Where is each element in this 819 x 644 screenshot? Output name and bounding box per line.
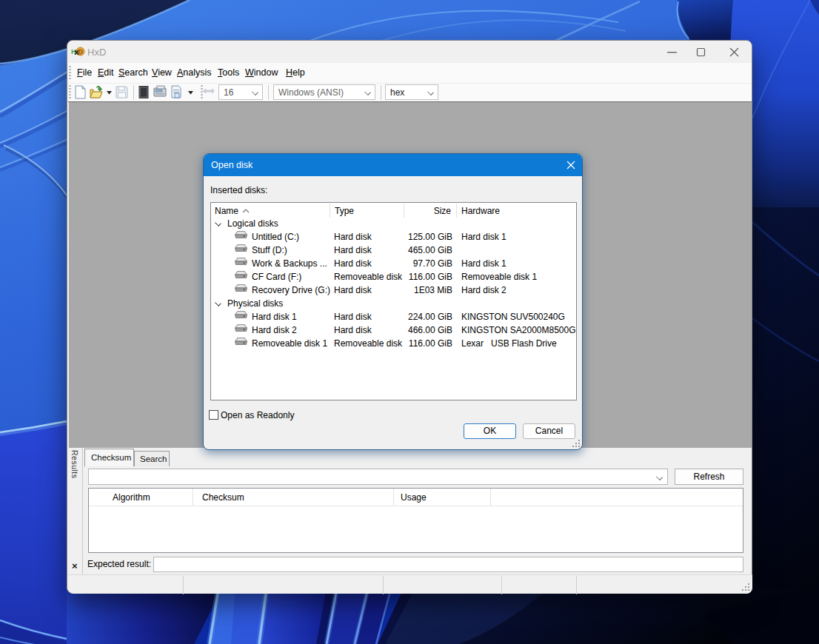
svg-text:x: x (75, 47, 80, 56)
